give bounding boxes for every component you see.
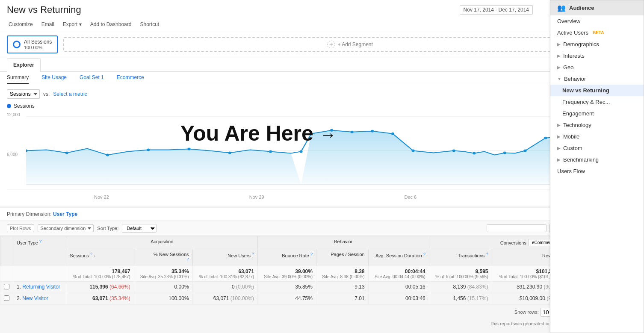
y-label-mid: 6,000 (7, 152, 18, 157)
row-checkbox-2[interactable] (4, 295, 9, 301)
svg-point-11 (299, 150, 302, 153)
total-pct-new: 35.34% Site Avg: 35.23% (0.31%) (134, 266, 192, 281)
chart-legend: Sessions (7, 103, 637, 109)
segment-item-all-sessions[interactable]: All Sessions 100.00% (7, 35, 58, 53)
sidebar-audience-header[interactable]: 👥 Audience (550, 0, 644, 15)
sidebar-item-active-users[interactable]: Active Users BETA (550, 27, 644, 38)
svg-point-10 (269, 150, 272, 153)
svg-point-8 (187, 148, 190, 150)
table-controls: Plot Rows Secondary dimension Sort Type:… (0, 221, 644, 236)
tabs-bar: Explorer (0, 58, 644, 72)
th-transactions[interactable]: Transactions ? (429, 249, 492, 266)
chart-area: 12,000 6,000 You Are Here → (7, 112, 637, 189)
shortcut-button[interactable]: Shortcut (138, 21, 161, 28)
th-acquisition: Acquisition (66, 236, 258, 249)
date-range[interactable]: Nov 17, 2014 - Dec 17, 2014 (460, 5, 533, 15)
y-label-top: 12,000 (7, 112, 20, 117)
benchmarking-arrow: ▶ (557, 157, 561, 162)
th-pct-new-sessions[interactable]: % New Sessions ? (134, 249, 192, 266)
sidebar-item-demographics[interactable]: ▶ Demographics (550, 38, 644, 50)
search-input[interactable] (487, 224, 547, 232)
primary-dimension: Primary Dimension: User Type (0, 207, 644, 221)
export-button[interactable]: Export ▾ (61, 21, 83, 28)
sidebar-item-users-flow[interactable]: Users Flow (550, 165, 644, 177)
svg-point-12 (330, 129, 333, 132)
primary-dim-label: Primary Dimension: (7, 211, 52, 217)
svg-point-17 (452, 150, 455, 152)
svg-point-19 (503, 151, 506, 154)
svg-point-13 (351, 131, 354, 133)
page-header: New vs Returning Customize Email Export … (0, 0, 644, 31)
secondary-dim-button[interactable]: Secondary dimension (38, 224, 94, 232)
table-row: 1. Returning Visitor 115,396 (64.66%) 0.… (0, 281, 644, 293)
add-to-dashboard-button[interactable]: Add to Dashboard (89, 21, 133, 28)
svg-point-20 (523, 150, 526, 152)
toolbar: Customize Email Export ▾ Add to Dashboar… (7, 18, 637, 31)
select-metric-link[interactable]: Select a metric (53, 91, 87, 97)
new-visitor-link[interactable]: New Visitor (22, 295, 48, 301)
generated-text: This report was generated on 12/18/14 at… (0, 319, 644, 328)
svg-point-7 (147, 149, 150, 151)
sidebar-item-frequency-rec[interactable]: Frequency & Rec... (550, 96, 644, 108)
sidebar-item-custom[interactable]: ▶ Custom (550, 142, 644, 154)
x-label-1: Nov 29 (249, 194, 264, 200)
th-new-users[interactable]: New Users ? (192, 249, 258, 266)
metric-select[interactable]: Sessions (7, 89, 40, 99)
legend-dot (7, 104, 11, 108)
sidebar-overlay: 👥 Audience Overview Active Users BETA ▶ … (550, 0, 644, 328)
tab-explorer[interactable]: Explorer (7, 58, 41, 72)
th-pages-session[interactable]: Pages / Session (316, 249, 368, 266)
svg-point-14 (371, 130, 374, 133)
tab-sub-site-usage[interactable]: Site Usage (41, 72, 67, 84)
total-avg-dur: 00:04:44 Site Avg: 00:04:44 (0.00%) (368, 266, 429, 281)
returning-visitor-link[interactable]: Returning Visitor (22, 284, 60, 290)
row-checkbox-1[interactable] (4, 284, 9, 289)
table-row: 2. New Visitor 63,071 (35.34%) 100.00% 6… (0, 293, 644, 304)
interests-arrow: ▶ (557, 53, 561, 58)
table-footer: Show rows: ▲ ▼ Go to: 1 - 2 of 2 < > (0, 305, 644, 319)
sidebar-item-benchmarking[interactable]: ▶ Benchmarking (550, 154, 644, 165)
plot-rows-button[interactable]: Plot Rows (7, 224, 34, 232)
tab-sub-summary[interactable]: Summary (7, 72, 29, 84)
svg-point-9 (228, 151, 231, 154)
sort-type-label: Sort Type: (97, 226, 118, 231)
legend-label: Sessions (14, 103, 35, 109)
x-label-0: Nov 22 (94, 194, 109, 200)
sidebar-item-overview[interactable]: Overview (550, 15, 644, 27)
sidebar-item-behavior-group[interactable]: ▼ Behavior (550, 73, 644, 85)
sort-select[interactable]: Default (122, 224, 157, 233)
sidebar-item-interests[interactable]: ▶ Interests (550, 50, 644, 62)
chart-x-labels: Nov 22 Nov 29 Dec 6 ▼ (7, 193, 637, 200)
main-content: Sessions vs. Select a metric Sessions 12… (0, 84, 644, 206)
mobile-arrow: ▶ (557, 134, 561, 139)
sidebar-item-technology[interactable]: ▶ Technology (550, 119, 644, 131)
sidebar-item-engagement[interactable]: Engagement (550, 108, 644, 119)
th-bounce-rate[interactable]: Bounce Rate ? (258, 249, 316, 266)
th-avg-session-dur[interactable]: Avg. Session Duration ? (368, 249, 429, 266)
sidebar-item-mobile[interactable]: ▶ Mobile (550, 131, 644, 142)
svg-point-18 (473, 152, 476, 154)
user-type-help[interactable]: ? (39, 239, 41, 243)
sidebar-item-new-vs-returning[interactable]: New vs Returning (550, 85, 644, 96)
sidebar-item-geo[interactable]: ▶ Geo (550, 62, 644, 73)
chart-controls: Sessions vs. Select a metric (7, 89, 637, 99)
table-total-row: 178,467 % of Total: 100.00% (178,467) 35… (0, 266, 644, 281)
total-transactions: 9,595 % of Total: 100.00% (9,595) (429, 266, 492, 281)
total-sessions: 178,467 % of Total: 100.00% (178,467) (66, 266, 134, 281)
total-bounce-rate: 39.00% Site Avg: 39.00% (0.00%) (258, 266, 316, 281)
tab-list: Explorer (7, 58, 637, 71)
chart-svg (26, 112, 637, 189)
data-table: User Type ? Acquisition Behavior Convers… (0, 236, 644, 305)
th-sessions[interactable]: Sessions ? ↓ (66, 249, 134, 266)
customize-button[interactable]: Customize (7, 21, 35, 28)
segment-name: All Sessions (24, 39, 52, 45)
table-wrapper: User Type ? Acquisition Behavior Convers… (0, 236, 644, 305)
email-button[interactable]: Email (40, 21, 56, 28)
technology-arrow: ▶ (557, 123, 561, 127)
segment-info: All Sessions 100.00% (24, 39, 52, 50)
tab-sub-goal-set[interactable]: Goal Set 1 (80, 72, 104, 84)
tab-sub-ecommerce[interactable]: Ecommerce (117, 72, 144, 84)
svg-point-16 (411, 150, 414, 152)
svg-point-15 (391, 133, 394, 135)
primary-dim-value: User Type (53, 211, 77, 217)
